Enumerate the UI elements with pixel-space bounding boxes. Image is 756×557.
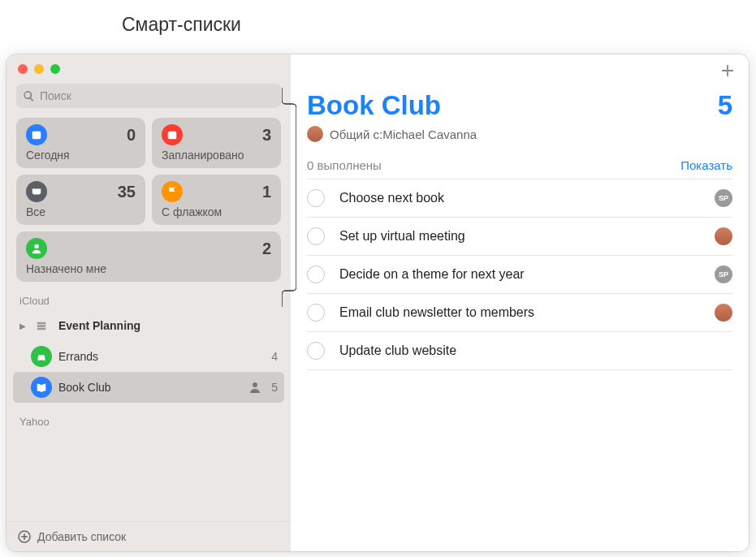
smart-today-label: Сегодня	[26, 149, 136, 162]
person-icon	[26, 238, 47, 259]
close-window-button[interactable]	[18, 64, 28, 74]
reminder-row[interactable]: Decide on a theme for next year SP	[307, 256, 732, 294]
reminder-text: Choose next book	[339, 191, 715, 205]
sidebar: Поиск 0 Сегодня 3 Запланировано	[6, 54, 291, 551]
reminder-row[interactable]: Set up virtual meeting	[307, 218, 732, 256]
account-icloud-header: iCloud	[6, 282, 291, 310]
complete-toggle[interactable]	[307, 189, 325, 207]
app-window: Поиск 0 Сегодня 3 Запланировано	[6, 54, 749, 551]
smart-flagged-label: С флажком	[162, 205, 271, 218]
reminder-text: Decide on a theme for next year	[339, 267, 715, 282]
complete-toggle[interactable]	[307, 304, 325, 322]
smart-flagged-count: 1	[262, 183, 271, 201]
sidebar-item-count: 5	[266, 381, 278, 394]
calendar-icon	[162, 124, 183, 145]
sidebar-item-label: Errands	[58, 350, 266, 363]
window-controls	[6, 54, 291, 80]
complete-toggle[interactable]	[307, 342, 325, 360]
smart-list-scheduled[interactable]: 3 Запланировано	[152, 118, 281, 168]
toolbar	[291, 54, 749, 87]
assignee-badge: SP	[715, 189, 732, 207]
shared-icon	[248, 381, 261, 394]
svg-rect-2	[168, 132, 177, 140]
avatar	[307, 126, 323, 142]
smart-assigned-label: Назначено мне	[26, 262, 271, 275]
assignee-avatar	[715, 227, 732, 245]
folder-icon	[31, 315, 52, 336]
smart-scheduled-count: 3	[262, 126, 271, 145]
add-list-button[interactable]: Добавить список	[6, 521, 291, 551]
reminder-row[interactable]: Choose next book SP	[307, 179, 732, 218]
smart-today-count: 0	[127, 126, 136, 145]
minimize-window-button[interactable]	[34, 64, 44, 74]
smart-list-flagged[interactable]: 1 С флажком	[152, 175, 281, 225]
assignee-badge: SP	[715, 266, 732, 283]
add-reminder-button[interactable]	[719, 63, 736, 79]
svg-point-7	[253, 382, 257, 387]
plus-circle-icon	[18, 530, 31, 543]
search-icon	[23, 90, 35, 102]
sidebar-item-label: Book Club	[58, 381, 248, 394]
svg-rect-6	[37, 328, 46, 330]
completed-count: 0 выполнены	[307, 158, 382, 172]
sidebar-item-event-planning[interactable]: ▶ Event Planning	[13, 310, 284, 341]
assignee-avatar	[715, 304, 732, 322]
shared-with-row: Общий с: Michael Cavanna	[291, 123, 749, 153]
callout-label: Смарт-списки	[122, 14, 241, 36]
smart-all-count: 35	[118, 183, 136, 201]
reminders-list: Choose next book SP Set up virtual meeti…	[307, 179, 732, 370]
complete-toggle[interactable]	[307, 266, 325, 283]
sidebar-item-count: 4	[266, 350, 278, 363]
shared-prefix: Общий с:	[330, 127, 382, 141]
reminder-text: Set up virtual meeting	[339, 229, 715, 244]
reminder-row[interactable]: Update club website	[307, 332, 732, 370]
list-count: 5	[718, 90, 732, 121]
shared-name: Michael Cavanna	[382, 127, 477, 141]
smart-list-today[interactable]: 0 Сегодня	[16, 118, 145, 168]
complete-toggle[interactable]	[307, 227, 325, 245]
book-icon	[31, 377, 52, 398]
tray-icon	[26, 181, 47, 202]
flag-icon	[162, 181, 183, 202]
sidebar-item-label: Event Planning	[58, 319, 278, 332]
calendar-today-icon	[26, 124, 47, 145]
car-icon	[31, 346, 52, 367]
reminder-row[interactable]: Email club newsletter to members	[307, 294, 732, 332]
list-title: Book Club	[307, 90, 441, 121]
smart-list-assigned[interactable]: 2 Назначено мне	[16, 231, 281, 282]
reminder-text: Email club newsletter to members	[339, 305, 715, 320]
svg-rect-1	[32, 132, 41, 134]
svg-rect-4	[37, 322, 46, 325]
chevron-right-icon: ▶	[19, 322, 29, 330]
svg-point-3	[34, 244, 38, 248]
account-yahoo-header: Yahoo	[6, 403, 291, 431]
search-placeholder: Поиск	[40, 89, 71, 102]
zoom-window-button[interactable]	[50, 64, 60, 74]
smart-list-all[interactable]: 35 Все	[16, 175, 145, 225]
show-completed-button[interactable]: Показать	[680, 158, 732, 172]
add-list-label: Добавить список	[37, 530, 126, 543]
svg-rect-5	[37, 325, 46, 327]
main-content: Book Club 5 Общий с: Michael Cavanna 0 в…	[291, 54, 749, 551]
sidebar-item-errands[interactable]: Errands 4	[13, 341, 284, 372]
sidebar-item-book-club[interactable]: Book Club 5	[13, 372, 284, 403]
reminder-text: Update club website	[339, 343, 732, 358]
smart-scheduled-label: Запланировано	[162, 149, 271, 162]
icloud-lists: ▶ Event Planning Errands 4 Book Club 5	[6, 310, 291, 403]
smart-all-label: Все	[26, 205, 136, 218]
search-input[interactable]: Поиск	[16, 84, 281, 108]
smart-assigned-count: 2	[262, 240, 271, 258]
smart-lists-grid: 0 Сегодня 3 Запланировано 35	[6, 118, 291, 282]
